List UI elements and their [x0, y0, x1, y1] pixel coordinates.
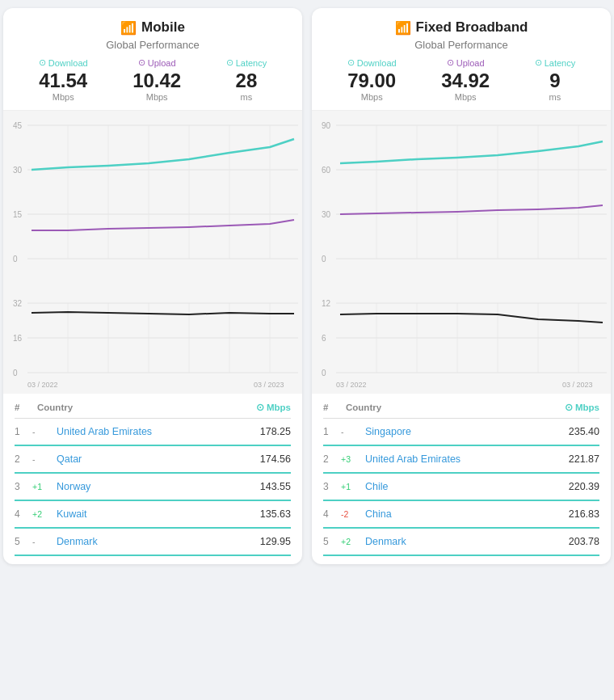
tr-change: - — [341, 427, 364, 436]
tr-change: - — [32, 537, 55, 546]
tr-country[interactable]: Denmark — [57, 536, 260, 547]
broadband-latency-label: ⊙ Latency — [535, 57, 576, 68]
svg-text:12: 12 — [322, 299, 331, 308]
bb-th-country: Country — [346, 403, 565, 412]
svg-text:0: 0 — [322, 369, 326, 377]
svg-text:15: 15 — [13, 210, 23, 219]
tr-change: - — [32, 454, 55, 464]
broadband-upload-metric: ⊙ Upload 34.92 Mbps — [441, 57, 490, 102]
table-row: 3 +1 Chile 220.39 — [323, 474, 599, 501]
broadband-table-header: # Country ⊙ Mbps — [323, 402, 599, 419]
broadband-metrics: ⊙ Download 79.00 Mbps ⊙ Upload 34.92 Mbp… — [325, 57, 598, 102]
tr-country[interactable]: Denmark — [365, 536, 569, 547]
main-container: 📶 Mobile Global Performance ⊙ Download 4… — [3, 8, 611, 564]
tr-value: 129.95 — [260, 536, 291, 547]
tr-value: 221.87 — [569, 453, 599, 465]
svg-text:16: 16 — [13, 334, 23, 343]
broadband-speed-chart: 90 60 30 0 — [312, 111, 611, 289]
bb-th-mbps: ⊙ Mbps — [565, 402, 599, 413]
upload-icon: ⊙ — [138, 57, 145, 68]
mobile-upload-unit: Mbps — [132, 92, 181, 102]
tr-rank: 4 — [15, 508, 31, 520]
tr-value: 216.83 — [569, 508, 599, 520]
tr-change: - — [32, 427, 55, 436]
tr-rank: 3 — [15, 481, 31, 492]
mobile-chart-area: 45 30 15 0 — [3, 111, 302, 394]
tr-rank: 1 — [15, 426, 31, 437]
svg-text:0: 0 — [13, 369, 18, 377]
broadband-latency-unit: ms — [535, 92, 576, 102]
svg-text:45: 45 — [13, 121, 23, 130]
svg-text:03 / 2023: 03 / 2023 — [562, 381, 593, 389]
table-row: 4 -2 China 216.83 — [323, 501, 599, 529]
tr-rank: 1 — [323, 426, 339, 437]
mobile-upload-metric: ⊙ Upload 10.42 Mbps — [132, 57, 181, 102]
broadband-latency-chart: 12 6 0 03 / 2022 03 / 2023 — [312, 289, 611, 394]
tr-rank: 2 — [323, 453, 339, 465]
tr-change: +2 — [341, 537, 364, 546]
svg-rect-30 — [312, 111, 611, 289]
tr-country[interactable]: Chile — [365, 481, 569, 492]
table-row: 2 +3 United Arab Emirates 221.87 — [323, 446, 599, 474]
svg-text:6: 6 — [322, 334, 326, 343]
tr-country[interactable]: China — [365, 508, 569, 520]
svg-text:03 / 2023: 03 / 2023 — [254, 381, 284, 389]
bb-download-icon: ⊙ — [347, 57, 355, 68]
mobile-latency-unit: ms — [226, 92, 267, 102]
broadband-title: 📶 Fixed Broadband — [325, 19, 598, 36]
mobile-icon: 📶 — [120, 20, 137, 36]
tr-value: 235.40 — [569, 426, 599, 437]
broadband-download-value: 79.00 — [347, 70, 397, 92]
mobile-table-header: # Country ⊙ Mbps — [15, 402, 291, 419]
tr-country[interactable]: Singapore — [365, 426, 569, 437]
tr-country[interactable]: United Arab Emirates — [57, 426, 260, 437]
tr-country[interactable]: United Arab Emirates — [365, 453, 569, 465]
mobile-subtitle: Global Performance — [16, 39, 289, 51]
broadband-upload-value: 34.92 — [441, 70, 490, 92]
tr-value: 220.39 — [569, 481, 599, 492]
svg-text:0: 0 — [322, 255, 326, 264]
tr-rank: 5 — [15, 536, 31, 547]
broadband-upload-label: ⊙ Upload — [441, 57, 490, 68]
broadband-panel: 📶 Fixed Broadband Global Performance ⊙ D… — [312, 8, 611, 564]
tr-country[interactable]: Qatar — [57, 453, 260, 465]
tr-change: +3 — [341, 454, 364, 464]
bb-download-arrow-icon: ⊙ — [565, 402, 573, 413]
bb-upload-icon: ⊙ — [447, 57, 454, 68]
mobile-th-hash: # — [15, 403, 31, 412]
mobile-metrics: ⊙ Download 41.54 Mbps ⊙ Upload 10.42 Mbp… — [16, 57, 289, 102]
broadband-title-text: Fixed Broadband — [416, 19, 528, 36]
broadband-download-metric: ⊙ Download 79.00 Mbps — [347, 57, 397, 102]
mobile-title-text: Mobile — [141, 19, 185, 36]
tr-value: 178.25 — [260, 426, 291, 437]
broadband-subtitle: Global Performance — [325, 39, 598, 51]
svg-rect-0 — [3, 111, 302, 289]
broadband-chart-area: 90 60 30 0 — [312, 111, 611, 394]
table-row: 2 - Qatar 174.56 — [15, 446, 291, 474]
download-icon: ⊙ — [39, 57, 46, 68]
table-row: 1 - United Arab Emirates 178.25 — [15, 419, 291, 446]
mobile-title: 📶 Mobile — [16, 19, 289, 36]
table-row: 5 +2 Denmark 203.78 — [323, 529, 599, 556]
tr-change: +1 — [341, 482, 364, 491]
mobile-latency-metric: ⊙ Latency 28 ms — [226, 57, 267, 102]
broadband-upload-unit: Mbps — [441, 92, 490, 102]
svg-rect-15 — [3, 289, 302, 394]
table-row: 5 - Denmark 129.95 — [15, 529, 291, 556]
tr-change: +1 — [32, 482, 55, 491]
tr-country[interactable]: Norway — [57, 481, 260, 492]
mobile-speed-chart: 45 30 15 0 — [3, 111, 302, 289]
mobile-th-country: Country — [37, 403, 256, 412]
download-arrow-icon: ⊙ — [256, 402, 264, 413]
svg-text:30: 30 — [13, 166, 23, 175]
tr-country[interactable]: Kuwait — [57, 508, 260, 520]
tr-value: 203.78 — [569, 536, 599, 547]
latency-icon: ⊙ — [226, 57, 233, 68]
svg-text:60: 60 — [322, 166, 331, 175]
broadband-latency-value: 9 — [535, 70, 576, 92]
svg-text:03 / 2022: 03 / 2022 — [336, 381, 367, 389]
tr-value: 174.56 — [260, 453, 291, 465]
mobile-download-unit: Mbps — [39, 92, 88, 102]
mobile-upload-label: ⊙ Upload — [132, 57, 181, 68]
broadband-table-rows: 1 - Singapore 235.40 2 +3 United Arab Em… — [323, 419, 599, 556]
